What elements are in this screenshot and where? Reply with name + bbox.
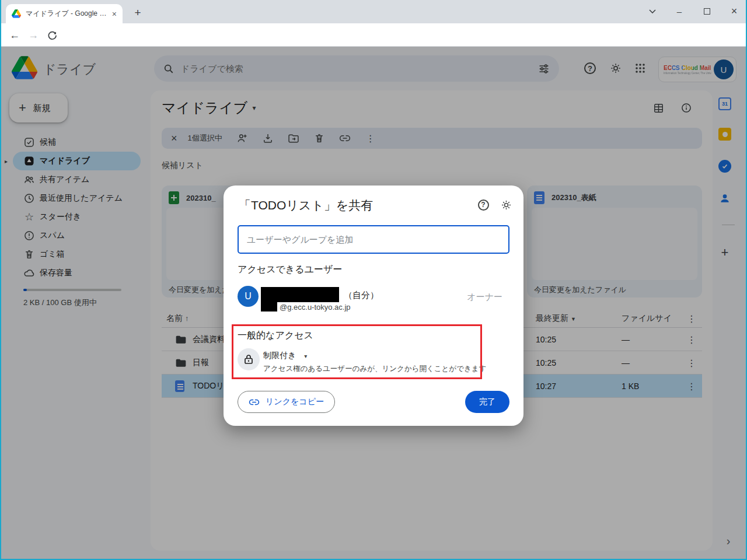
reload-button[interactable] — [43, 26, 61, 44]
owner-avatar: U — [238, 286, 259, 307]
add-people-input[interactable] — [238, 225, 509, 254]
dialog-title: 「TODOリスト」を共有 — [239, 197, 373, 214]
owner-email-domain: @g.ecc.u-tokyo.ac.jp — [280, 303, 351, 312]
annotation-red-box — [232, 324, 482, 379]
window-close-button[interactable]: × — [721, 0, 747, 22]
drive-app: ドライブ ? ECCS Cloud Mail Information Techn… — [0, 47, 747, 559]
window-minimize-button[interactable]: – — [666, 0, 692, 22]
browser-tab-bar: マイドライブ - Google ドライブ × + – × — [0, 0, 747, 23]
browser-toolbar: ← → drive.google.com/drive/my-drive ☆ U … — [0, 23, 747, 47]
access-users-heading: アクセスできるユーザー — [238, 264, 342, 276]
new-tab-button[interactable]: + — [130, 5, 146, 21]
dialog-help-icon[interactable]: ? — [476, 198, 490, 212]
owner-self-label: （自分） — [344, 290, 379, 301]
link-icon — [249, 397, 260, 408]
browser-window: マイドライブ - Google ドライブ × + – × ← → drive.g… — [0, 0, 747, 560]
share-dialog: 「TODOリスト」を共有 ? アクセスできるユーザー U （自分） @g.ecc… — [224, 186, 523, 426]
done-button[interactable]: 完了 — [465, 391, 509, 413]
copy-link-button[interactable]: リンクをコピー — [238, 391, 335, 413]
window-maximize-button[interactable] — [694, 0, 720, 22]
screen-border-left — [0, 0, 1, 560]
back-button[interactable]: ← — [6, 26, 23, 44]
redacted-email-prefix — [261, 302, 277, 312]
forward-button[interactable]: → — [25, 26, 42, 44]
redacted-owner-name — [261, 287, 339, 302]
drive-favicon — [12, 9, 21, 18]
owner-role-label: オーナー — [467, 292, 502, 303]
dialog-settings-gear-icon[interactable] — [499, 198, 513, 212]
tab-close-icon[interactable]: × — [112, 9, 117, 19]
browser-tab[interactable]: マイドライブ - Google ドライブ × — [6, 4, 123, 23]
tab-title: マイドライブ - Google ドライブ — [26, 9, 107, 19]
tab-search-chevron-icon[interactable] — [640, 0, 665, 22]
